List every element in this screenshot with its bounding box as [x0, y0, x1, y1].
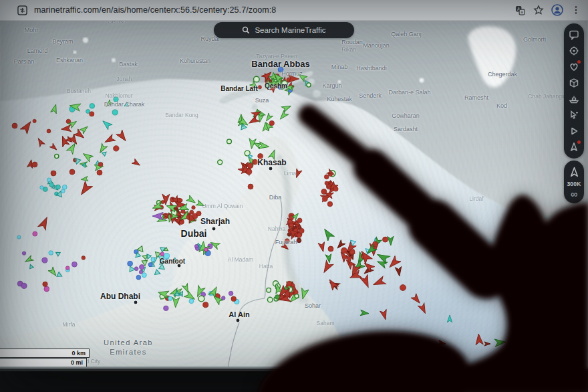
- vessel-marker[interactable]: [47, 129, 51, 133]
- vessel-marker[interactable]: [372, 276, 386, 288]
- vessel-marker[interactable]: [258, 154, 263, 159]
- vessel-marker[interactable]: [325, 181, 329, 185]
- vessel-marker[interactable]: [297, 238, 301, 243]
- tool-measure-button[interactable]: [566, 107, 582, 123]
- vessel-marker[interactable]: [289, 223, 293, 227]
- vessel-marker[interactable]: [114, 97, 118, 102]
- vessel-marker[interactable]: [253, 159, 258, 165]
- vessel-marker[interactable]: [17, 235, 21, 239]
- vessel-marker[interactable]: [278, 110, 289, 121]
- vessel-marker[interactable]: [160, 252, 164, 256]
- vessel-marker[interactable]: [295, 294, 299, 298]
- vessel-marker[interactable]: [116, 130, 129, 143]
- vessel-marker[interactable]: [291, 284, 295, 287]
- vessel-marker[interactable]: [62, 185, 67, 189]
- vessel-marker[interactable]: [69, 169, 75, 175]
- vessel-marker[interactable]: [151, 258, 155, 262]
- vessel-marker[interactable]: [105, 100, 114, 108]
- vessel-marker[interactable]: [130, 266, 135, 272]
- vessel-marker[interactable]: [198, 296, 204, 302]
- search-bar[interactable]: Search MarineTraffic: [214, 22, 354, 38]
- vessel-marker[interactable]: [155, 270, 162, 276]
- vessel-marker[interactable]: [294, 169, 302, 179]
- vessel-marker[interactable]: [56, 185, 61, 189]
- vessel-marker[interactable]: [142, 254, 147, 260]
- vessel-marker[interactable]: [307, 83, 311, 87]
- vessel-marker[interactable]: [204, 248, 208, 251]
- vessel-marker[interactable]: [136, 275, 141, 280]
- vessel-marker[interactable]: [24, 256, 33, 264]
- vessel-marker[interactable]: [192, 206, 195, 209]
- vessel-marker[interactable]: [247, 169, 252, 175]
- vessel-marker[interactable]: [148, 263, 152, 267]
- vessel-marker[interactable]: [250, 81, 260, 91]
- vessel-marker[interactable]: [21, 283, 27, 288]
- vessel-marker[interactable]: [139, 270, 142, 274]
- map-canvas[interactable]: MohrBeyramLamerdParsianEshkananBastakJon…: [0, 20, 588, 367]
- vessel-marker[interactable]: [132, 159, 141, 167]
- vessel-marker[interactable]: [55, 250, 61, 256]
- vessel-marker[interactable]: [97, 170, 102, 175]
- vessel-marker[interactable]: [327, 201, 333, 207]
- vessel-marker[interactable]: [321, 260, 333, 274]
- translate-icon[interactable]: Aa: [513, 3, 527, 17]
- vessel-marker[interactable]: [172, 258, 178, 264]
- vessel-marker[interactable]: [42, 258, 47, 263]
- tool-fleets-button[interactable]: [566, 91, 582, 107]
- vessel-marker[interactable]: [36, 137, 45, 146]
- vessel-marker[interactable]: [104, 134, 116, 145]
- vessel-marker[interactable]: [218, 160, 223, 165]
- tool-favorites-button[interactable]: [566, 59, 582, 75]
- vessel-marker[interactable]: [328, 246, 333, 252]
- vessel-marker[interactable]: [321, 227, 335, 241]
- vessel-marker[interactable]: [278, 67, 283, 72]
- vessel-marker[interactable]: [259, 142, 270, 151]
- vessel-marker[interactable]: [51, 104, 59, 114]
- vessel-marker[interactable]: [400, 285, 406, 291]
- vessel-marker[interactable]: [32, 162, 37, 167]
- vessel-marker[interactable]: [186, 195, 197, 205]
- vessel-marker[interactable]: [395, 266, 402, 276]
- vessel-marker[interactable]: [90, 104, 95, 109]
- vessel-marker[interactable]: [383, 237, 388, 242]
- vessel-marker[interactable]: [411, 294, 422, 305]
- browser-menu-icon[interactable]: [569, 3, 583, 17]
- vessel-marker[interactable]: [90, 112, 94, 116]
- vessel-marker[interactable]: [134, 267, 138, 271]
- vessel-marker[interactable]: [229, 291, 233, 296]
- vessel-marker[interactable]: [194, 244, 198, 248]
- vessel-count-icon[interactable]: [566, 164, 582, 180]
- vessel-marker[interactable]: [172, 297, 179, 308]
- vessel-marker[interactable]: [61, 125, 71, 132]
- vessel-marker[interactable]: [128, 261, 133, 266]
- vessel-marker[interactable]: [22, 252, 25, 255]
- tool-my-vessel-button[interactable]: [566, 139, 582, 155]
- vessel-marker[interactable]: [322, 197, 327, 202]
- vessel-marker[interactable]: [33, 231, 37, 236]
- vessel-marker[interactable]: [324, 175, 329, 179]
- vessel-marker[interactable]: [80, 124, 89, 134]
- vessel-marker[interactable]: [164, 253, 169, 258]
- vessel-marker[interactable]: [101, 118, 112, 130]
- vessel-marker[interactable]: [152, 212, 163, 219]
- vessel-marker[interactable]: [418, 303, 428, 314]
- vessel-marker[interactable]: [43, 282, 47, 286]
- vessel-marker[interactable]: [49, 183, 53, 187]
- vessel-marker[interactable]: [227, 139, 232, 144]
- vessel-marker[interactable]: [33, 119, 36, 122]
- vessel-marker[interactable]: [297, 218, 302, 223]
- vessel-marker[interactable]: [299, 288, 309, 300]
- vessel-marker[interactable]: [267, 288, 271, 292]
- vessel-marker[interactable]: [112, 110, 118, 115]
- vessel-marker[interactable]: [231, 296, 237, 302]
- vessel-marker[interactable]: [203, 302, 208, 308]
- vessel-marker[interactable]: [267, 297, 273, 302]
- vessel-marker[interactable]: [282, 81, 288, 87]
- vessel-marker[interactable]: [44, 286, 49, 292]
- vessel-marker[interactable]: [72, 262, 78, 267]
- vessel-marker[interactable]: [38, 215, 51, 230]
- vessel-marker[interactable]: [248, 184, 253, 189]
- vessel-marker[interactable]: [189, 299, 194, 304]
- vessel-marker[interactable]: [281, 103, 292, 112]
- vessel-marker[interactable]: [269, 149, 277, 160]
